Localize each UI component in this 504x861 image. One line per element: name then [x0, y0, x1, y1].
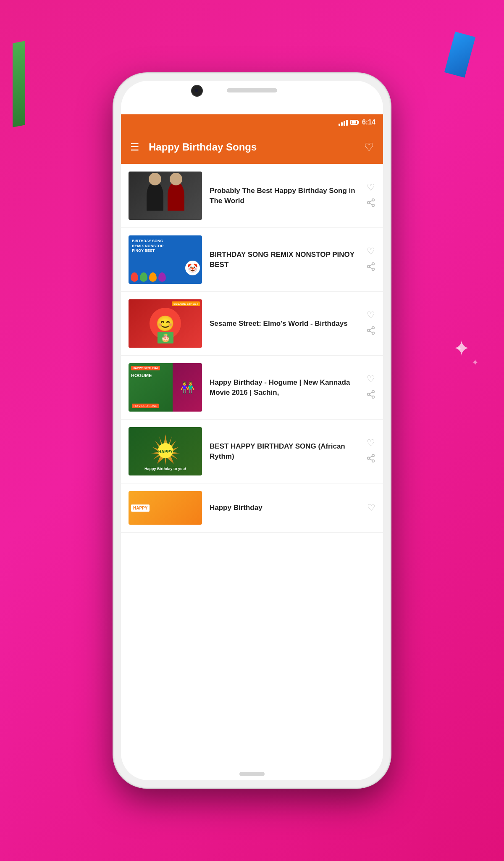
favorites-button[interactable]: ♡: [364, 141, 374, 154]
svg-line-3: [370, 203, 372, 205]
song-title-4: Happy Birthday - Hogume | New Kannada Mo…: [210, 378, 350, 396]
list-item[interactable]: 😊 🎂 SESAME STREET Sesame Street: Elmo's …: [121, 292, 383, 356]
song-title-1: Probably The Best Happy Birthday Song in…: [210, 187, 355, 205]
birthday-label: Happy Birthday to you!: [144, 467, 186, 471]
song-thumbnail-6: HAPPY: [129, 491, 202, 525]
song-actions-5: ♡: [366, 438, 375, 464]
song-info-5: BEST HAPPY BIRTHDAY SONG (African Rythm): [210, 441, 366, 462]
svg-line-19: [370, 392, 372, 394]
song-title-5: BEST HAPPY BIRTHDAY SONG (African Rythm): [210, 442, 345, 460]
menu-icon[interactable]: ☰: [130, 142, 139, 152]
svg-line-13: [370, 331, 372, 333]
balloon-1: [131, 272, 138, 282]
song-thumbnail-2: BIRTHDAY SONGREMIX NONSTOPPINOY BEST 🤡: [129, 235, 202, 284]
signal-bar-3: [344, 121, 345, 126]
cake-icon: 🎂: [158, 332, 173, 343]
battery-icon: [350, 120, 358, 125]
phone-speaker: [227, 88, 277, 92]
song-thumbnail-4: HAPPY BIRTHDAY HOGUME HD VIDEO SONG 👫: [129, 363, 202, 412]
song-actions-4: ♡: [366, 375, 375, 400]
svg-line-27: [370, 456, 372, 458]
kannada-badge: HAPPY BIRTHDAY: [131, 366, 160, 370]
song-actions-1: ♡: [366, 183, 375, 209]
share-button-1[interactable]: [366, 198, 375, 209]
battery-fill: [352, 121, 356, 124]
figure-left: [147, 181, 163, 211]
share-button-4[interactable]: [366, 390, 375, 400]
signal-bar-2: [341, 122, 343, 126]
app-bar: ☰ Happy Birthday Songs ♡: [121, 130, 383, 164]
list-item[interactable]: Probably The Best Happy Birthday Song in…: [121, 164, 383, 228]
like-button-5[interactable]: ♡: [367, 438, 375, 448]
like-button-3[interactable]: ♡: [367, 311, 375, 320]
phone-body: 6:14 ☰ Happy Birthday Songs ♡: [113, 73, 391, 788]
svg-line-4: [370, 201, 372, 202]
svg-line-26: [370, 459, 372, 460]
kannada-thumb: HAPPY BIRTHDAY HOGUME HD VIDEO SONG 👫: [129, 363, 202, 412]
share-button-3[interactable]: [366, 326, 375, 336]
list-item[interactable]: BIRTHDAY SONGREMIX NONSTOPPINOY BEST 🤡: [121, 228, 383, 292]
song-thumbnail-5: HAPPY Happy Birthday to you!: [129, 427, 202, 475]
share-button-5[interactable]: [366, 454, 375, 464]
song-info-1: Probably The Best Happy Birthday Song in…: [210, 186, 366, 206]
signal-icon: [339, 119, 348, 126]
african-thumb: HAPPY Happy Birthday to you!: [129, 427, 202, 475]
balloon-3: [149, 272, 157, 282]
song-info-6: Happy Birthday: [210, 503, 367, 513]
clown-icon: 🤡: [185, 261, 200, 275]
phone-camera: [191, 85, 203, 97]
thumb-1-figures: [147, 181, 184, 211]
sunburst-svg: HAPPY: [144, 432, 186, 466]
like-button-1[interactable]: ♡: [367, 183, 375, 192]
svg-text:HAPPY: HAPPY: [158, 449, 173, 454]
list-item[interactable]: HAPPY BIRTHDAY HOGUME HD VIDEO SONG 👫 Ha…: [121, 356, 383, 420]
app-screen: 6:14 ☰ Happy Birthday Songs ♡: [121, 114, 383, 751]
status-time: 6:14: [362, 119, 375, 126]
svg-line-18: [370, 395, 372, 396]
share-button-2[interactable]: [366, 262, 375, 272]
thumb-2-label: BIRTHDAY SONGREMIX NONSTOPPINOY BEST: [132, 239, 163, 254]
balloon-4: [158, 272, 166, 282]
song-list: Probably The Best Happy Birthday Song in…: [121, 164, 383, 751]
song-actions-6: ♡: [367, 503, 375, 512]
status-bar: 6:14: [121, 114, 383, 130]
list-item[interactable]: HAPPY Happy Birthday to you! BEST HAPPY …: [121, 420, 383, 483]
song-info-2: BIRTHDAY SONG REMIX NONSTOP PINOY BEST: [210, 250, 366, 270]
svg-line-8: [370, 267, 372, 269]
like-button-4[interactable]: ♡: [367, 375, 375, 384]
happy-badge: HAPPY: [131, 504, 150, 512]
actor-thumb: 👫: [173, 363, 202, 412]
signal-bar-1: [339, 124, 340, 126]
balloon-2: [140, 272, 147, 282]
sesame-badge: SESAME STREET: [172, 301, 200, 306]
like-button-2[interactable]: ♡: [367, 247, 375, 256]
song-actions-3: ♡: [366, 311, 375, 336]
song-info-3: Sesame Street: Elmo's World - Birthdays: [210, 319, 366, 329]
song-info-4: Happy Birthday - Hogume | New Kannada Mo…: [210, 378, 366, 398]
like-button-6[interactable]: ♡: [367, 503, 375, 512]
sunburst: HAPPY Happy Birthday to you!: [144, 432, 186, 471]
song-title-6: Happy Birthday: [210, 504, 262, 512]
status-icons: 6:14: [339, 119, 375, 126]
phone-screen-container: 6:14 ☰ Happy Birthday Songs ♡: [121, 81, 383, 780]
happy-thumb: HAPPY: [129, 491, 202, 525]
song-thumbnail-3: 😊 🎂 SESAME STREET: [129, 299, 202, 348]
elmo-bg: 😊 🎂 SESAME STREET: [129, 299, 202, 348]
song-thumbnail-1: [129, 172, 202, 220]
hd-badge: HD VIDEO SONG: [132, 404, 159, 408]
list-item[interactable]: HAPPY Happy Birthday ♡: [121, 483, 383, 533]
home-button[interactable]: [239, 772, 265, 776]
hogume-label: HOGUME: [131, 373, 152, 378]
svg-line-14: [370, 328, 372, 330]
svg-line-9: [370, 264, 372, 266]
thumb-2-balloons: [131, 272, 166, 282]
song-title-2: BIRTHDAY SONG REMIX NONSTOP PINOY BEST: [210, 251, 354, 269]
app-title: Happy Birthday Songs: [149, 141, 364, 153]
song-title-3: Sesame Street: Elmo's World - Birthdays: [210, 320, 348, 327]
phone-device: 6:14 ☰ Happy Birthday Songs ♡: [113, 73, 391, 788]
signal-bar-4: [346, 120, 348, 126]
figure-right: [168, 181, 184, 211]
song-actions-2: ♡: [366, 247, 375, 272]
